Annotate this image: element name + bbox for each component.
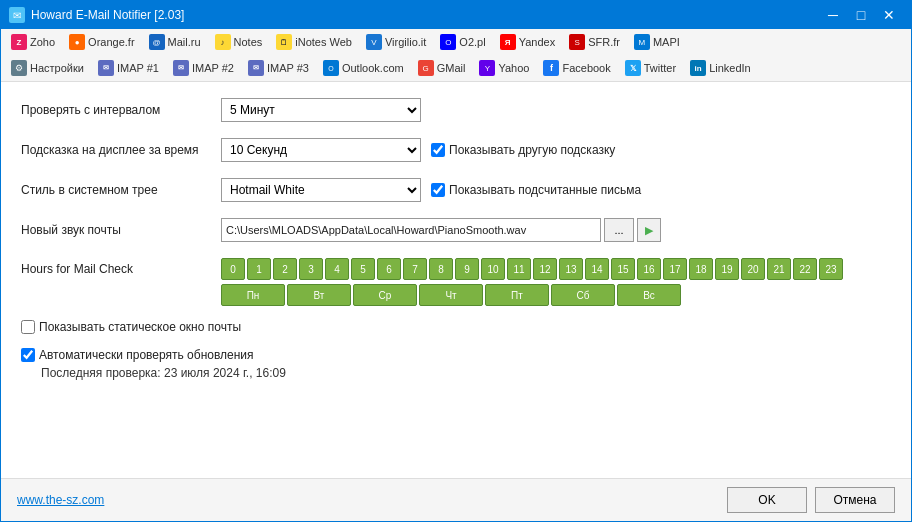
hour-4[interactable]: 4 [325, 258, 349, 280]
last-check-text: Последняя проверка: 23 июля 2024 г., 16:… [21, 366, 891, 380]
toolbar-yahoo-label: Yahoo [498, 62, 529, 74]
toolbar-imap2-label: IMAP #2 [192, 62, 234, 74]
hour-7[interactable]: 7 [403, 258, 427, 280]
auto-updates-label[interactable]: Автоматически проверять обновления [21, 348, 254, 362]
toolbar-o2-label: O2.pl [459, 36, 485, 48]
day-wed[interactable]: Ср [353, 284, 417, 306]
hour-17[interactable]: 17 [663, 258, 687, 280]
toolbar: Z Zoho ● Orange.fr @ Mail.ru ♪ Notes 🗒 i… [1, 29, 911, 82]
day-mon[interactable]: Пн [221, 284, 285, 306]
sound-play-button[interactable]: ▶ [637, 218, 661, 242]
hours-row: Hours for Mail Check 0 1 2 3 4 5 6 7 8 9… [21, 258, 891, 280]
show-counted-text: Показывать подсчитанные письма [449, 183, 641, 197]
toolbar-orange-label: Orange.fr [88, 36, 134, 48]
hour-20[interactable]: 20 [741, 258, 765, 280]
day-sat[interactable]: Сб [551, 284, 615, 306]
hour-13[interactable]: 13 [559, 258, 583, 280]
hour-11[interactable]: 11 [507, 258, 531, 280]
hour-18[interactable]: 18 [689, 258, 713, 280]
app-icon: ✉ [9, 7, 25, 23]
toolbar-gmail[interactable]: G GMail [412, 57, 472, 79]
display-select[interactable]: 10 Секунд 5 Секунд 15 Секунд 30 Секунд [221, 138, 421, 162]
show-other-hint-label[interactable]: Показывать другую подсказку [431, 143, 615, 157]
hour-19[interactable]: 19 [715, 258, 739, 280]
gmail-icon: G [418, 60, 434, 76]
hour-14[interactable]: 14 [585, 258, 609, 280]
orange-icon: ● [69, 34, 85, 50]
toolbar-zoho[interactable]: Z Zoho [5, 31, 61, 53]
hour-15[interactable]: 15 [611, 258, 635, 280]
hour-1[interactable]: 1 [247, 258, 271, 280]
ok-button[interactable]: OK [727, 487, 807, 513]
toolbar-linkedin[interactable]: in LinkedIn [684, 57, 757, 79]
toolbar-mapi-label: MAPI [653, 36, 680, 48]
hour-21[interactable]: 21 [767, 258, 791, 280]
show-counted-checkbox[interactable] [431, 183, 445, 197]
toolbar-sfr-label: SFR.fr [588, 36, 620, 48]
toolbar-virgilio[interactable]: V Virgilio.it [360, 31, 432, 53]
inotes-icon: 🗒 [276, 34, 292, 50]
toolbar-outlook[interactable]: O Outlook.com [317, 57, 410, 79]
toolbar-imap1-label: IMAP #1 [117, 62, 159, 74]
hour-12[interactable]: 12 [533, 258, 557, 280]
hour-5[interactable]: 5 [351, 258, 375, 280]
display-row: Подсказка на дисплее за время 10 Секунд … [21, 138, 891, 162]
hours-grid: 0 1 2 3 4 5 6 7 8 9 10 11 12 13 14 15 16 [221, 258, 843, 280]
hour-23[interactable]: 23 [819, 258, 843, 280]
toolbar-outlook-label: Outlook.com [342, 62, 404, 74]
style-row: Стиль в системном трее Hotmail White Cla… [21, 178, 891, 202]
toolbar-sfr[interactable]: S SFR.fr [563, 31, 626, 53]
minimize-button[interactable]: ─ [819, 1, 847, 29]
show-other-hint-checkbox[interactable] [431, 143, 445, 157]
interval-select[interactable]: 5 Минут 1 Минута 2 Минуты 10 Минут 15 Ми… [221, 98, 421, 122]
hour-2[interactable]: 2 [273, 258, 297, 280]
style-select[interactable]: Hotmail White Classic Modern [221, 178, 421, 202]
twitter-icon: 𝕏 [625, 60, 641, 76]
hour-22[interactable]: 22 [793, 258, 817, 280]
toolbar-yandex[interactable]: Я Yandex [494, 31, 562, 53]
hour-16[interactable]: 16 [637, 258, 661, 280]
toolbar-imap1[interactable]: ✉ IMAP #1 [92, 57, 165, 79]
toolbar-facebook[interactable]: f Facebook [537, 57, 616, 79]
toolbar-mailru[interactable]: @ Mail.ru [143, 31, 207, 53]
maximize-button[interactable]: □ [847, 1, 875, 29]
day-tue[interactable]: Вт [287, 284, 351, 306]
window-title: Howard E-Mail Notifier [2.03] [31, 8, 819, 22]
toolbar-notes[interactable]: ♪ Notes [209, 31, 269, 53]
toolbar-o2[interactable]: O O2.pl [434, 31, 491, 53]
toolbar-imap2[interactable]: ✉ IMAP #2 [167, 57, 240, 79]
sound-path-input[interactable] [221, 218, 601, 242]
hour-8[interactable]: 8 [429, 258, 453, 280]
sound-browse-button[interactable]: ... [604, 218, 634, 242]
static-window-label[interactable]: Показывать статическое окно почты [21, 320, 241, 334]
toolbar-imap3[interactable]: ✉ IMAP #3 [242, 57, 315, 79]
hour-6[interactable]: 6 [377, 258, 401, 280]
toolbar-yahoo[interactable]: Y Yahoo [473, 57, 535, 79]
imap3-icon: ✉ [248, 60, 264, 76]
toolbar-notes-label: Notes [234, 36, 263, 48]
show-counted-label[interactable]: Показывать подсчитанные письма [431, 183, 641, 197]
toolbar-settings[interactable]: ⚙ Настройки [5, 57, 90, 79]
day-sun[interactable]: Вс [617, 284, 681, 306]
hour-10[interactable]: 10 [481, 258, 505, 280]
toolbar-mapi[interactable]: M MAPI [628, 31, 686, 53]
toolbar-inotes[interactable]: 🗒 iNotes Web [270, 31, 358, 53]
close-button[interactable]: ✕ [875, 1, 903, 29]
toolbar-twitter[interactable]: 𝕏 Twitter [619, 57, 682, 79]
toolbar-orange[interactable]: ● Orange.fr [63, 31, 140, 53]
website-link[interactable]: www.the-sz.com [17, 493, 104, 507]
notes-icon: ♪ [215, 34, 231, 50]
day-thu[interactable]: Чт [419, 284, 483, 306]
auto-updates-checkbox[interactable] [21, 348, 35, 362]
static-window-checkbox[interactable] [21, 320, 35, 334]
day-fri[interactable]: Пт [485, 284, 549, 306]
hour-3[interactable]: 3 [299, 258, 323, 280]
o2-icon: O [440, 34, 456, 50]
yandex-icon: Я [500, 34, 516, 50]
interval-label: Проверять с интервалом [21, 103, 221, 117]
cancel-button[interactable]: Отмена [815, 487, 895, 513]
yahoo-icon: Y [479, 60, 495, 76]
hour-9[interactable]: 9 [455, 258, 479, 280]
static-window-row: Показывать статическое окно почты [21, 320, 891, 334]
hour-0[interactable]: 0 [221, 258, 245, 280]
